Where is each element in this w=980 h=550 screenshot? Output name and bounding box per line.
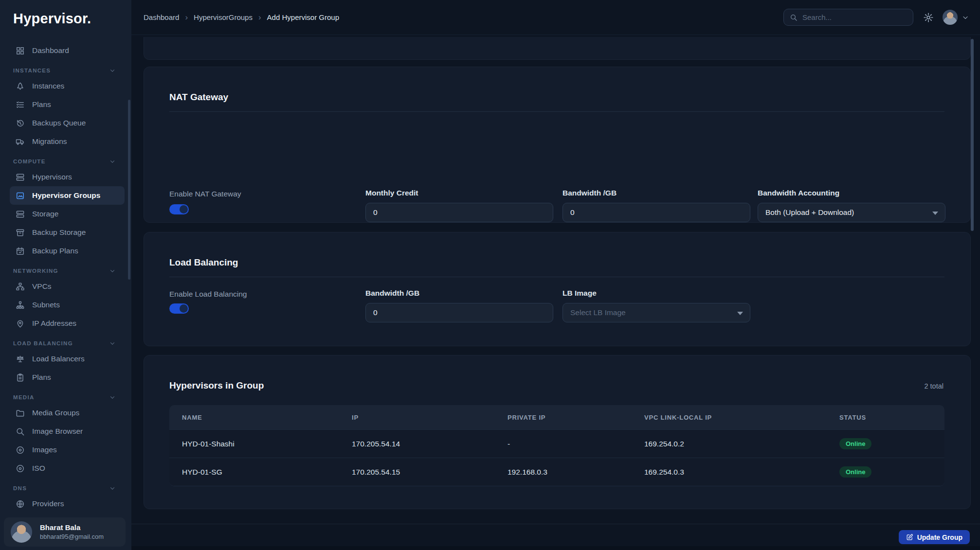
lb-bandwidth-gb-input[interactable]: 0 xyxy=(365,303,553,322)
sidebar-item-backups-queue[interactable]: Backups Queue xyxy=(10,114,125,132)
nat-gateway-card: NAT Gateway Enable NAT Gateway Monthly C… xyxy=(144,67,971,223)
rocket-icon xyxy=(16,82,25,91)
cell-private-ip: - xyxy=(495,440,632,448)
cell-ip: 170.205.54.14 xyxy=(339,440,495,448)
sidebar-item-load-balancers[interactable]: Load Balancers xyxy=(10,350,125,368)
sidebar-section-label: COMPUTE xyxy=(13,159,46,164)
chevron-down-icon xyxy=(109,340,116,347)
dropdown-caret-icon xyxy=(932,212,938,215)
topbar-avatar[interactable] xyxy=(943,10,958,25)
server-image-icon xyxy=(16,191,25,200)
page-scrollbar[interactable] xyxy=(971,39,974,231)
enable-nat-gateway-label: Enable NAT Gateway xyxy=(169,190,241,198)
sidebar-item-hypervisor-groups[interactable]: Hypervisor Groups xyxy=(10,186,125,205)
sidebar-section-label: NETWORKING xyxy=(13,268,58,274)
table-row[interactable]: HYD-01-Shashi170.205.54.14-169.254.0.2On… xyxy=(169,429,944,458)
user-name: Bharat Bala xyxy=(40,523,104,532)
chevron-down-icon xyxy=(109,158,116,165)
sidebar-item-label: Hypervisors xyxy=(32,173,72,181)
lb-bandwidth-gb-value: 0 xyxy=(373,308,378,317)
sidebar-item-ip-addresses[interactable]: IP Addresses xyxy=(10,314,125,333)
user-email: bbharat95@gmail.com xyxy=(40,532,104,541)
column-header-private-ip: PRIVATE IP xyxy=(495,414,632,421)
sidebar-item-label: Plans xyxy=(32,373,51,382)
monthly-credit-input[interactable]: 0 xyxy=(365,203,553,222)
sidebar-item-label: Media Groups xyxy=(32,408,79,417)
sidebar-section-load-balancing[interactable]: LOAD BALANCING xyxy=(0,333,131,350)
sidebar-section-media[interactable]: MEDIA xyxy=(0,387,131,404)
sidebar-item-storage[interactable]: Storage xyxy=(10,205,125,223)
sidebar-item-backup-plans[interactable]: Backup Plans xyxy=(10,242,125,260)
sidebar-item-label: VPCs xyxy=(32,282,52,291)
chevron-down-icon xyxy=(109,394,116,401)
sidebar-item-instances[interactable]: Instances xyxy=(10,77,125,95)
bandwidth-accounting-select[interactable]: Both (Upload + Download) xyxy=(758,203,945,222)
chevron-down-icon xyxy=(109,267,116,274)
lb-card-title: Load Balancing xyxy=(169,257,238,268)
sidebar-item-label: Storage xyxy=(32,210,58,218)
sidebar-item-hypervisors[interactable]: Hypervisors xyxy=(10,168,125,186)
sidebar-item-vpcs[interactable]: VPCs xyxy=(10,277,125,296)
sidebar-item-label: Instances xyxy=(32,82,64,90)
sidebar-item-label: Dashboard xyxy=(32,46,69,55)
enable-nat-gateway-toggle[interactable] xyxy=(169,204,189,214)
divider xyxy=(169,277,944,277)
breadcrumb-dashboard[interactable]: Dashboard xyxy=(144,13,179,21)
bottom-edge xyxy=(131,546,980,550)
sidebar-item-subnets[interactable]: Subnets xyxy=(10,296,125,314)
sidebar-item-migrations[interactable]: Migrations xyxy=(10,132,125,151)
partial-card xyxy=(144,37,971,60)
lb-bandwidth-gb-label: Bandwidth /GB xyxy=(365,289,419,298)
table-row[interactable]: HYD-01-SG170.205.54.15192.168.0.3169.254… xyxy=(169,458,944,486)
list-check-icon xyxy=(16,100,25,109)
sidebar-item-label: Image Browser xyxy=(32,427,83,436)
sidebar-section-instances[interactable]: INSTANCES xyxy=(0,60,131,77)
sidebar-item-image-browser[interactable]: Image Browser xyxy=(10,422,125,441)
sidebar-item-providers[interactable]: Providers xyxy=(10,495,125,513)
hypervisors-table: NAME IP PRIVATE IP VPC LINK-LOCAL IP STA… xyxy=(169,405,944,486)
sidebar-section-compute[interactable]: COMPUTE xyxy=(0,151,131,168)
chevron-down-icon xyxy=(109,67,116,74)
disc-icon xyxy=(16,464,25,473)
sidebar-item-plans[interactable]: Plans xyxy=(10,95,125,114)
sidebar-item-iso[interactable]: ISO xyxy=(10,459,125,478)
map-pin-icon xyxy=(16,319,25,328)
sidebar-item-label: Images xyxy=(32,445,57,454)
hierarchy-icon xyxy=(16,301,25,310)
nat-bandwidth-gb-input[interactable]: 0 xyxy=(563,203,750,222)
chevron-down-icon[interactable] xyxy=(962,14,969,21)
table-header-row: NAME IP PRIVATE IP VPC LINK-LOCAL IP STA… xyxy=(169,405,944,429)
breadcrumb-hypervisor-groups[interactable]: HypervisorGroups xyxy=(194,13,253,21)
toggle-knob xyxy=(180,304,188,313)
cell-status: Online xyxy=(827,438,944,449)
cell-status: Online xyxy=(827,466,944,478)
lb-image-select[interactable]: Select LB Image xyxy=(563,303,750,322)
monthly-credit-value: 0 xyxy=(373,208,378,217)
sidebar-item-label: IP Addresses xyxy=(32,319,76,328)
topbar: Dashboard › HypervisorGroups › Add Hyper… xyxy=(131,0,980,35)
sidebar-section-dns[interactable]: DNS xyxy=(0,478,131,495)
sidebar-item-label: Providers xyxy=(32,499,64,508)
sidebar-item-plans[interactable]: Plans xyxy=(10,368,125,387)
sidebar-item-label: Backup Storage xyxy=(32,228,86,237)
server-icon xyxy=(16,210,25,219)
user-card[interactable]: Bharat Bala bbharat95@gmail.com xyxy=(4,517,126,547)
calendar-check-icon xyxy=(16,247,25,256)
sidebar-section-networking[interactable]: NETWORKING xyxy=(0,260,131,277)
gear-icon[interactable] xyxy=(923,12,934,23)
status-badge: Online xyxy=(839,466,871,478)
sidebar-item-images[interactable]: Images xyxy=(10,441,125,459)
sidebar-item-backup-storage[interactable]: Backup Storage xyxy=(10,223,125,242)
sidebar-section-label: INSTANCES xyxy=(13,68,51,73)
update-group-button[interactable]: Update Group xyxy=(899,530,970,544)
sidebar-item-label: Subnets xyxy=(32,301,60,309)
nat-bandwidth-gb-label: Bandwidth /GB xyxy=(563,189,617,197)
sidebar-scrollbar[interactable] xyxy=(128,100,130,280)
search-placeholder: Search... xyxy=(802,13,832,21)
edit-icon xyxy=(906,533,913,541)
search-input[interactable]: Search... xyxy=(783,9,913,26)
sidebar-item-media-groups[interactable]: Media Groups xyxy=(10,404,125,422)
sidebar-item-dashboard[interactable]: Dashboard xyxy=(10,41,125,60)
enable-load-balancing-toggle[interactable] xyxy=(169,303,189,314)
archive-icon xyxy=(16,228,25,237)
